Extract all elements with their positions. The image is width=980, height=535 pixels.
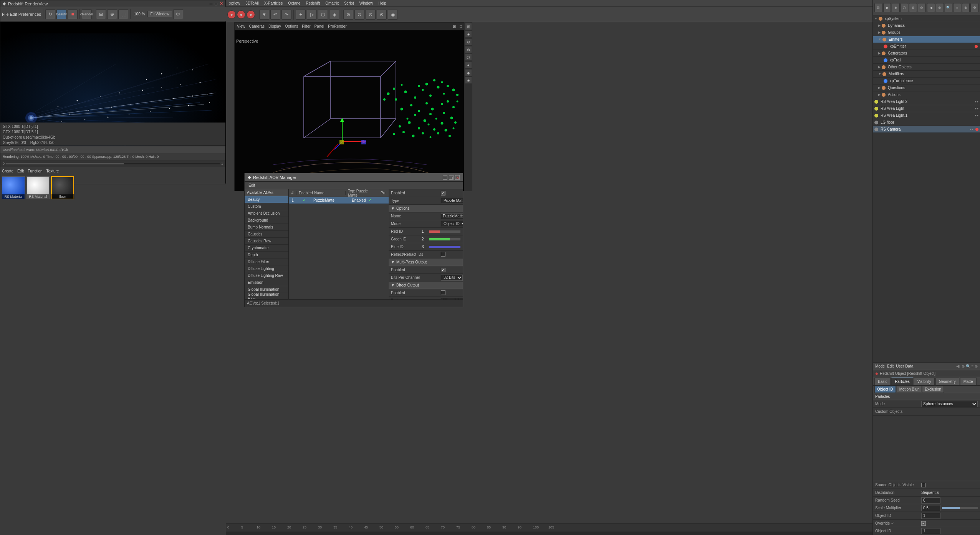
menu-help[interactable]: Help <box>377 1 387 5</box>
render-region-icon[interactable]: ● <box>237 10 245 19</box>
render-settings-icon[interactable]: ◆ <box>883 3 891 12</box>
aov-item-gi-raw[interactable]: Global Illumination Raw <box>245 293 288 299</box>
tab-particles[interactable]: Particles <box>891 378 913 385</box>
edit-menu[interactable]: Edit <box>10 12 17 17</box>
xp-icon1[interactable]: ▷ <box>307 10 317 20</box>
paint-icon[interactable]: ◈ <box>329 10 339 20</box>
edit-tab[interactable]: Edit <box>887 364 894 368</box>
viewport-solo-icon[interactable]: ⊞ <box>453 24 456 28</box>
aov-item-depth[interactable]: Depth <box>245 252 288 258</box>
cameras-menu[interactable]: Cameras <box>249 24 265 28</box>
vp-icon-6[interactable]: ● <box>465 61 472 68</box>
render-active-icon[interactable]: ● <box>247 10 255 19</box>
node-icon[interactable]: ⊛ <box>343 10 353 20</box>
vp-icon-8[interactable]: ◈ <box>465 77 472 84</box>
aov-minimize-btn[interactable]: ─ <box>443 175 447 180</box>
prop-green-slider[interactable] <box>429 238 460 240</box>
anim-icon2[interactable]: ⊙ <box>366 10 376 20</box>
menu-redshift[interactable]: Redshift <box>305 1 321 5</box>
props-arrow-left[interactable]: ◀ <box>956 364 959 369</box>
vp-icon-4[interactable]: ⊛ <box>465 46 472 53</box>
settings-icon[interactable]: ⚙ <box>173 9 183 19</box>
reflect-checkbox[interactable] <box>441 252 445 257</box>
material-item-0[interactable]: RS Material <box>2 176 25 199</box>
render-mode-btn[interactable]: Beauty <box>56 9 66 19</box>
mat-create-btn[interactable]: Create <box>2 169 13 173</box>
prop-red-slider[interactable] <box>429 230 460 233</box>
undo-icon[interactable]: ↶ <box>270 10 280 20</box>
tree-xpsystem[interactable]: ▼ xpSystem <box>873 15 980 22</box>
tree-xpturbulence[interactable]: xpTurbulence <box>873 78 980 84</box>
tab-basic[interactable]: Basic <box>874 378 891 385</box>
tree-dynamics[interactable]: ▶ Dynamics <box>873 22 980 29</box>
tree-rs-area-light-1[interactable]: RS Area Light.1 ●● <box>873 112 980 119</box>
object-id-input2[interactable] <box>921 528 940 534</box>
move-icon[interactable]: ✦ <box>296 10 306 20</box>
tab-matte[interactable]: Matte <box>960 378 977 385</box>
aov-item-ao[interactable]: Ambient Occlusion <box>245 210 288 217</box>
tab-geometry[interactable]: Geometry <box>935 378 959 385</box>
menu-window[interactable]: Window <box>358 1 374 5</box>
brush-icon[interactable]: ⬡ <box>318 10 328 20</box>
aov-item-caustics-raw[interactable]: Caustics Raw <box>245 238 288 245</box>
view-menu[interactable]: View <box>237 24 245 28</box>
subtab-motionblur[interactable]: Motion Blur <box>897 386 922 393</box>
subtab-exclusion[interactable]: Exclusion <box>922 386 944 393</box>
tree-xpemitter[interactable]: xpEmitter <box>873 43 980 50</box>
filter-menu[interactable]: Filter <box>302 24 310 28</box>
rt-search[interactable]: 🔍 <box>945 3 953 12</box>
anim-icon3[interactable]: ⊗ <box>377 10 387 20</box>
prop-mode-select[interactable]: Object ID <box>441 221 463 227</box>
aov-item-custom[interactable]: Custom <box>245 203 288 210</box>
redo-icon[interactable]: ↷ <box>281 10 291 20</box>
mat-texture-btn[interactable]: Texture <box>46 169 59 173</box>
prop-type-select[interactable]: Puzzle Matte <box>441 198 463 204</box>
anim-icon4[interactable]: ◉ <box>388 10 398 20</box>
aov-item-bump[interactable]: Bump Normals <box>245 224 288 231</box>
viewport-max-icon[interactable]: □ <box>460 24 462 28</box>
preferences-menu[interactable]: Preferences <box>18 12 41 17</box>
fit-window-btn[interactable]: Fit Window <box>147 11 172 17</box>
mini-timeline-track[interactable] <box>6 163 220 164</box>
mat-function-btn[interactable]: Function <box>28 169 42 173</box>
scale-mult-input[interactable] <box>921 505 940 511</box>
rt-anchor[interactable]: ⊚ <box>936 3 944 12</box>
menu-xparticles[interactable]: X-Particles <box>263 1 284 5</box>
viewport-canvas[interactable]: Perspective <box>235 30 464 191</box>
user-data-tab[interactable]: User Data <box>896 364 913 368</box>
tab-visibility[interactable]: Visibility <box>914 378 935 385</box>
aov-item-diffuse-raw[interactable]: Diffuse Lighting Raw <box>245 272 288 279</box>
aov-maximize-btn[interactable]: □ <box>449 175 454 180</box>
do-checkbox[interactable] <box>441 290 445 295</box>
options-menu[interactable]: Options <box>285 24 298 28</box>
aov-item-bg[interactable]: Background <box>245 217 288 224</box>
prop-blue-slider[interactable] <box>429 246 460 248</box>
subtab-objectid[interactable]: Object ID <box>874 386 896 393</box>
mp-checkbox[interactable]: ✓ <box>441 268 445 272</box>
rs-minimize-btn[interactable]: ─ <box>210 2 213 6</box>
rt-settings2[interactable]: ⚙ <box>970 3 978 12</box>
display-menu[interactable]: Display <box>268 24 281 28</box>
mode-tab[interactable]: Mode <box>875 364 885 368</box>
aov-item-emission[interactable]: Emission <box>245 279 288 286</box>
tree-emitters[interactable]: ▼ Emitters <box>873 36 980 43</box>
material-icon2[interactable]: ⊙ <box>918 3 926 12</box>
aov-close-btn[interactable]: ✕ <box>455 175 460 180</box>
aov-table-row-0[interactable]: 1 ✓ PuzzleMatte Enabled ✓ <box>289 197 389 204</box>
prop-name-input[interactable] <box>441 213 463 219</box>
scale-mult-slider[interactable] <box>942 507 978 509</box>
vp-icon-5[interactable]: ⬡ <box>465 54 472 61</box>
tree-lg-floor[interactable]: LG floor <box>873 119 980 126</box>
tree-questions[interactable]: ▶ Questions <box>873 84 980 91</box>
bits-select[interactable]: 32 Bits <box>441 275 463 281</box>
vp-icon-3[interactable]: ⊙ <box>465 38 472 45</box>
region-icon[interactable]: ⬚ <box>118 9 128 19</box>
aov-item-cryptomatte[interactable]: Cryptomatte <box>245 245 288 252</box>
stop-btn[interactable]: ■ <box>68 9 78 19</box>
tree-actions[interactable]: ▶ Actions <box>873 91 980 98</box>
prorender-menu[interactable]: ProRender <box>328 24 346 28</box>
menu-xpflow[interactable]: xpflow <box>228 1 241 5</box>
grid-icon[interactable]: ⊞ <box>96 9 106 19</box>
prop-enabled-check[interactable]: ✓ <box>441 191 460 195</box>
file-menu[interactable]: File <box>2 12 9 17</box>
